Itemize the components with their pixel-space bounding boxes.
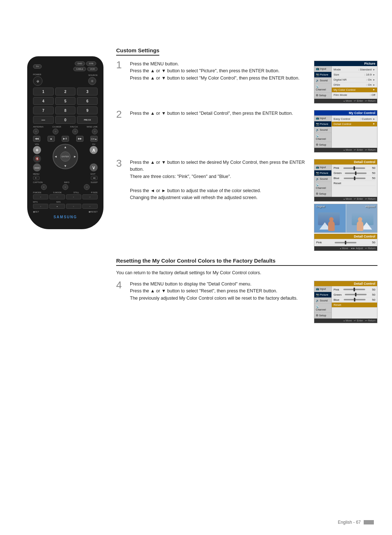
step-2-screen: My Color Control 📺 Input 📷 Picture 🔊 Sou… <box>314 110 377 153</box>
pre-ch-button[interactable]: PRE CH <box>77 116 98 124</box>
num-0-button[interactable]: 0 <box>55 116 76 124</box>
blue-slider-row: Blue 50 <box>334 176 375 181</box>
exit-button[interactable]: ◄| <box>91 176 98 180</box>
vol-down-button[interactable]: — <box>33 163 41 171</box>
content-area: Custom Settings 1 Press the MENU button.… <box>116 47 377 330</box>
dvd-button[interactable]: DVD <box>75 61 85 66</box>
extra1-button[interactable]: ○ <box>66 204 81 209</box>
num-4-button[interactable]: 4 <box>33 97 54 105</box>
cable-button[interactable]: CABLE <box>73 67 86 71</box>
footer-bar <box>364 520 374 524</box>
num-1-button[interactable]: 1 <box>33 88 54 96</box>
sidebar2-channel: 📡 Channel <box>314 133 331 142</box>
screen1-footer: ⬥ Move↵ Enter↩ Return <box>314 99 377 103</box>
detail-control-row: Detail Control ► <box>332 122 377 127</box>
stop-button[interactable]: ■ <box>48 136 55 142</box>
nav-right-button[interactable]: ► <box>73 155 77 158</box>
step-4-number: 4 <box>116 280 126 290</box>
step-1-screen: Picture 📺Input 📷 Picture 🔊 Sound 📡 Chann… <box>314 61 377 104</box>
sleep-button[interactable]: ○ <box>84 184 90 190</box>
s-mode-button[interactable]: ○ <box>49 194 65 199</box>
vol-up-button[interactable]: + <box>33 146 41 154</box>
sidebar-input: 📺Input <box>314 66 331 72</box>
screen4-footer: ⬥ Move↵ Enter↩ Return <box>314 319 377 323</box>
screen3-header: Detail Control <box>314 159 377 165</box>
caption-button[interactable]: ○ <box>41 184 47 190</box>
sidebar4-sound: 🔊 Sound <box>314 298 331 304</box>
nav-down-button[interactable]: ▼ <box>64 164 67 168</box>
nav-left-button[interactable]: ◄ <box>54 155 57 158</box>
mute-button[interactable]: 🔇 <box>33 155 41 163</box>
ff-button[interactable]: ▶▶ <box>76 136 83 142</box>
section2-desc: You can return to the factory default se… <box>116 269 377 276</box>
wise-link-button[interactable]: ○ <box>92 129 98 134</box>
sidebar2-sound: 🔊 Sound <box>314 127 331 133</box>
sidebar2-picture: 📷 Picture <box>314 121 331 127</box>
info-button[interactable]: ○ <box>62 184 68 190</box>
ch-down-button[interactable]: ∨ <box>90 163 98 171</box>
play-pause-button[interactable]: ▶⏸ <box>62 136 69 142</box>
film-mode-row: Film Mode : Off <box>334 93 375 98</box>
ch-mgr-button[interactable]: ○ <box>53 129 58 134</box>
sidebar-picture: 📷 Picture <box>314 72 331 78</box>
num-9-button[interactable]: 9 <box>77 106 98 114</box>
mini-pink-row: Pink 50 <box>316 240 375 245</box>
power-button[interactable]: ⏻ <box>33 76 42 86</box>
sidebar3-sound: 🔊 Sound <box>314 176 331 182</box>
ch-up-nav-button[interactable]: ∧ <box>90 146 98 154</box>
ch-up-button[interactable]: CH▲ <box>90 136 98 142</box>
p-size-button[interactable]: ○ <box>82 194 98 199</box>
sidebar-sound: 🔊 Sound <box>314 78 331 84</box>
sidebar4-channel: 📡 Channel <box>314 304 331 313</box>
mode-row: Mode : Standard ► <box>334 67 375 72</box>
step-4-text: Press the MENU button to display the "De… <box>130 281 310 302</box>
sidebar4-setup: ⚙ Setup <box>314 313 331 319</box>
fav-ch-button[interactable]: ○ <box>72 129 78 134</box>
enter-button[interactable]: ENTER <box>60 151 70 162</box>
sidebar4-input: 📺 Input <box>314 286 331 292</box>
source-button[interactable]: ◎ <box>88 77 96 85</box>
footer-text: English - 67 <box>338 520 361 525</box>
page-footer: English - 67 <box>338 520 374 525</box>
mts-button[interactable]: ○ <box>33 204 48 209</box>
step-4-screen: Detail Control 📺 Input 📷 Picture 🔊 Sound… <box>314 281 377 323</box>
step-1-number: 1 <box>116 60 126 70</box>
dash-button[interactable]: — <box>33 116 54 124</box>
navigation-ring: ▲ ▼ ◄ ► ENTER <box>53 144 78 169</box>
stb-button[interactable]: STB <box>86 61 96 66</box>
extra2-button[interactable]: ○ <box>82 204 98 209</box>
num-7-button[interactable]: 7 <box>33 106 54 114</box>
original-label: Original <box>316 205 325 208</box>
step-3: 3 Press the ▲ or ▼ button to select the … <box>116 159 377 251</box>
step-3-screens: Detail Control 📺 Input 📷 Picture 🔊 Sound… <box>314 159 377 251</box>
num-3-button[interactable]: 3 <box>77 88 98 96</box>
antenna-button[interactable]: ○ <box>33 129 39 134</box>
sidebar3-channel: 📡 Channel <box>314 182 331 191</box>
srs-button[interactable]: ● <box>49 204 65 209</box>
still-button[interactable]: ○ <box>66 194 81 199</box>
nav-up-button[interactable]: ▲ <box>64 145 67 149</box>
num-6-button[interactable]: 6 <box>77 97 98 105</box>
num-8-button[interactable]: 8 <box>55 106 76 114</box>
step-1-text: Press the MENU button. Press the ▲ or ▼ … <box>130 61 310 82</box>
sidebar3-picture: 📷 Picture <box>314 170 331 176</box>
s4-green-row: Green 50 <box>334 292 375 297</box>
num-5-button[interactable]: 5 <box>55 97 76 105</box>
section2-title: Resetting the My Color Control Colors to… <box>116 258 377 266</box>
sidebar3-setup: ⚙ Setup <box>314 191 331 197</box>
digital-nr-row: Digital NR : On ► <box>334 77 375 82</box>
samsung-logo: SAMSUNG <box>33 215 98 219</box>
remote-control: TV DVD STB CABLE VCR POWER ⏻ SOURCE ◎ <box>22 56 109 229</box>
vcr-button[interactable]: VCR <box>87 67 98 71</box>
step-4: 4 Press the MENU button to display the "… <box>116 281 377 323</box>
menu-button[interactable]: ≡ <box>33 176 40 180</box>
num-2-button[interactable]: 2 <box>55 88 76 96</box>
step-3-number: 3 <box>116 158 126 169</box>
s4-blue-row: Blue 50 <box>334 297 375 303</box>
s4-reset-row: Reset <box>332 303 377 308</box>
tv-button[interactable]: TV <box>33 64 42 69</box>
screen2-header: My Color Control <box>314 110 377 115</box>
p-mode-button[interactable]: ○ <box>33 194 48 199</box>
rew-button[interactable]: ◀◀ <box>33 136 40 142</box>
easy-control-row: Easy Control : Custom ► <box>334 117 375 122</box>
